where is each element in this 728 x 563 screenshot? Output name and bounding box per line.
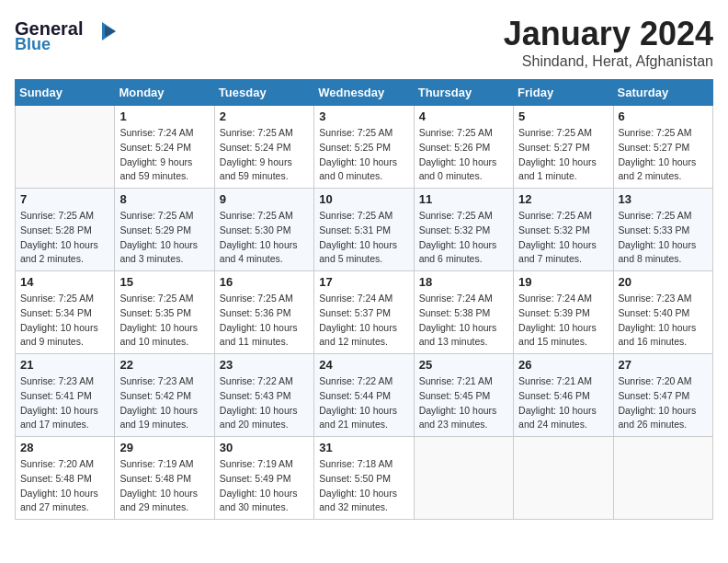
sunrise-text: Sunrise: 7:21 AM <box>518 375 592 386</box>
sunrise-text: Sunrise: 7:25 AM <box>20 210 94 221</box>
table-row: 10Sunrise: 7:25 AMSunset: 5:31 PMDayligh… <box>314 189 414 271</box>
daylight-text: Daylight: 10 hours and 20 minutes. <box>220 405 298 431</box>
day-info: Sunrise: 7:25 AMSunset: 5:32 PMDaylight:… <box>419 209 508 267</box>
day-info: Sunrise: 7:23 AMSunset: 5:41 PMDaylight:… <box>20 374 109 432</box>
table-row: 18Sunrise: 7:24 AMSunset: 5:38 PMDayligh… <box>414 271 513 354</box>
sunrise-text: Sunrise: 7:18 AM <box>319 458 392 469</box>
sunrise-text: Sunrise: 7:25 AM <box>119 210 193 221</box>
daylight-text: Daylight: 10 hours and 0 minutes. <box>319 156 397 182</box>
table-row: 17Sunrise: 7:24 AMSunset: 5:37 PMDayligh… <box>314 271 414 354</box>
sunset-text: Sunset: 5:48 PM <box>119 473 191 484</box>
day-info: Sunrise: 7:25 AMSunset: 5:31 PMDaylight:… <box>319 209 408 267</box>
sunrise-text: Sunrise: 7:23 AM <box>619 293 692 304</box>
day-info: Sunrise: 7:18 AMSunset: 5:50 PMDaylight:… <box>319 457 408 515</box>
sunrise-text: Sunrise: 7:25 AM <box>518 210 592 221</box>
sunrise-text: Sunrise: 7:25 AM <box>220 127 293 138</box>
table-row: 6Sunrise: 7:25 AMSunset: 5:27 PMDaylight… <box>613 106 712 189</box>
daylight-text: Daylight: 9 hours and 59 minutes. <box>220 156 292 182</box>
table-row: 2Sunrise: 7:25 AMSunset: 5:24 PMDaylight… <box>214 106 313 189</box>
sunrise-text: Sunrise: 7:25 AM <box>119 293 193 304</box>
sunset-text: Sunset: 5:28 PM <box>20 224 92 236</box>
sunset-text: Sunset: 5:24 PM <box>220 142 291 153</box>
day-info: Sunrise: 7:25 AMSunset: 5:28 PMDaylight:… <box>20 209 109 267</box>
daylight-text: Daylight: 10 hours and 21 minutes. <box>319 405 397 431</box>
logo-svg: General Blue <box>15 15 116 52</box>
day-info: Sunrise: 7:24 AMSunset: 5:24 PMDaylight:… <box>119 126 209 184</box>
day-info: Sunrise: 7:25 AMSunset: 5:30 PMDaylight:… <box>220 209 309 267</box>
daylight-text: Daylight: 10 hours and 32 minutes. <box>319 488 397 513</box>
day-info: Sunrise: 7:21 AMSunset: 5:46 PMDaylight:… <box>518 374 608 432</box>
sunrise-text: Sunrise: 7:20 AM <box>619 375 692 386</box>
table-row: 28Sunrise: 7:20 AMSunset: 5:48 PMDayligh… <box>16 437 115 520</box>
calendar-week-row: 28Sunrise: 7:20 AMSunset: 5:48 PMDayligh… <box>16 437 713 520</box>
daylight-text: Daylight: 10 hours and 23 minutes. <box>419 405 497 431</box>
day-number: 18 <box>419 275 508 289</box>
table-row: 14Sunrise: 7:25 AMSunset: 5:34 PMDayligh… <box>16 271 115 354</box>
day-number: 6 <box>619 109 708 123</box>
table-row: 7Sunrise: 7:25 AMSunset: 5:28 PMDaylight… <box>16 189 115 271</box>
day-number: 12 <box>518 192 608 206</box>
day-number: 24 <box>319 358 408 372</box>
sunrise-text: Sunrise: 7:25 AM <box>220 210 293 221</box>
day-number: 22 <box>119 358 209 372</box>
daylight-text: Daylight: 10 hours and 8 minutes. <box>619 239 697 265</box>
day-info: Sunrise: 7:25 AMSunset: 5:33 PMDaylight:… <box>619 209 708 267</box>
sunrise-text: Sunrise: 7:22 AM <box>319 375 392 386</box>
day-info: Sunrise: 7:25 AMSunset: 5:27 PMDaylight:… <box>619 126 708 184</box>
sunset-text: Sunset: 5:41 PM <box>20 390 92 401</box>
day-info: Sunrise: 7:22 AMSunset: 5:43 PMDaylight:… <box>220 374 309 432</box>
col-monday: Monday <box>115 80 214 106</box>
daylight-text: Daylight: 10 hours and 3 minutes. <box>119 239 198 265</box>
day-number: 29 <box>119 441 209 454</box>
day-number: 21 <box>20 358 109 372</box>
calendar-header-row: Sunday Monday Tuesday Wednesday Thursday… <box>16 80 713 106</box>
daylight-text: Daylight: 10 hours and 27 minutes. <box>20 488 98 513</box>
day-info: Sunrise: 7:23 AMSunset: 5:42 PMDaylight:… <box>119 374 209 432</box>
day-number: 25 <box>419 358 508 372</box>
logo: General Blue <box>15 15 116 52</box>
day-info: Sunrise: 7:25 AMSunset: 5:27 PMDaylight:… <box>518 126 608 184</box>
sunrise-text: Sunrise: 7:25 AM <box>419 210 493 221</box>
daylight-text: Daylight: 10 hours and 0 minutes. <box>419 156 497 182</box>
day-number: 7 <box>20 192 109 206</box>
day-info: Sunrise: 7:25 AMSunset: 5:29 PMDaylight:… <box>119 209 209 267</box>
table-row: 25Sunrise: 7:21 AMSunset: 5:45 PMDayligh… <box>414 354 513 437</box>
daylight-text: Daylight: 10 hours and 19 minutes. <box>119 405 198 431</box>
day-info: Sunrise: 7:25 AMSunset: 5:36 PMDaylight:… <box>220 292 309 350</box>
day-number: 4 <box>419 109 508 123</box>
day-number: 28 <box>20 441 109 454</box>
location-subtitle: Shindand, Herat, Afghanistan <box>504 53 713 70</box>
sunset-text: Sunset: 5:49 PM <box>220 473 291 484</box>
col-wednesday: Wednesday <box>314 80 414 106</box>
sunrise-text: Sunrise: 7:19 AM <box>220 458 293 469</box>
sunrise-text: Sunrise: 7:22 AM <box>220 375 293 386</box>
sunrise-text: Sunrise: 7:24 AM <box>319 293 392 304</box>
sunset-text: Sunset: 5:38 PM <box>419 307 491 318</box>
sunset-text: Sunset: 5:33 PM <box>619 224 690 236</box>
sunset-text: Sunset: 5:39 PM <box>518 307 590 318</box>
sunset-text: Sunset: 5:48 PM <box>20 473 92 484</box>
day-number: 19 <box>518 275 608 289</box>
sunset-text: Sunset: 5:43 PM <box>220 390 291 401</box>
table-row: 27Sunrise: 7:20 AMSunset: 5:47 PMDayligh… <box>613 354 712 437</box>
daylight-text: Daylight: 10 hours and 2 minutes. <box>619 156 697 182</box>
daylight-text: Daylight: 10 hours and 7 minutes. <box>518 239 597 265</box>
table-row: 4Sunrise: 7:25 AMSunset: 5:26 PMDaylight… <box>414 106 513 189</box>
table-row: 5Sunrise: 7:25 AMSunset: 5:27 PMDaylight… <box>514 106 613 189</box>
table-row: 20Sunrise: 7:23 AMSunset: 5:40 PMDayligh… <box>613 271 712 354</box>
day-number: 15 <box>119 275 209 289</box>
svg-marker-3 <box>105 26 116 37</box>
sunset-text: Sunset: 5:44 PM <box>319 390 391 401</box>
daylight-text: Daylight: 10 hours and 26 minutes. <box>619 405 697 431</box>
day-info: Sunrise: 7:19 AMSunset: 5:49 PMDaylight:… <box>220 457 309 515</box>
sunrise-text: Sunrise: 7:24 AM <box>419 293 493 304</box>
table-row <box>514 437 613 520</box>
sunrise-text: Sunrise: 7:25 AM <box>619 127 692 138</box>
sunset-text: Sunset: 5:34 PM <box>20 307 92 318</box>
sunrise-text: Sunrise: 7:25 AM <box>419 127 493 138</box>
sunset-text: Sunset: 5:26 PM <box>419 142 491 153</box>
table-row: 13Sunrise: 7:25 AMSunset: 5:33 PMDayligh… <box>613 189 712 271</box>
daylight-text: Daylight: 10 hours and 12 minutes. <box>319 322 397 348</box>
table-row: 30Sunrise: 7:19 AMSunset: 5:49 PMDayligh… <box>214 437 313 520</box>
day-number: 13 <box>619 192 708 206</box>
